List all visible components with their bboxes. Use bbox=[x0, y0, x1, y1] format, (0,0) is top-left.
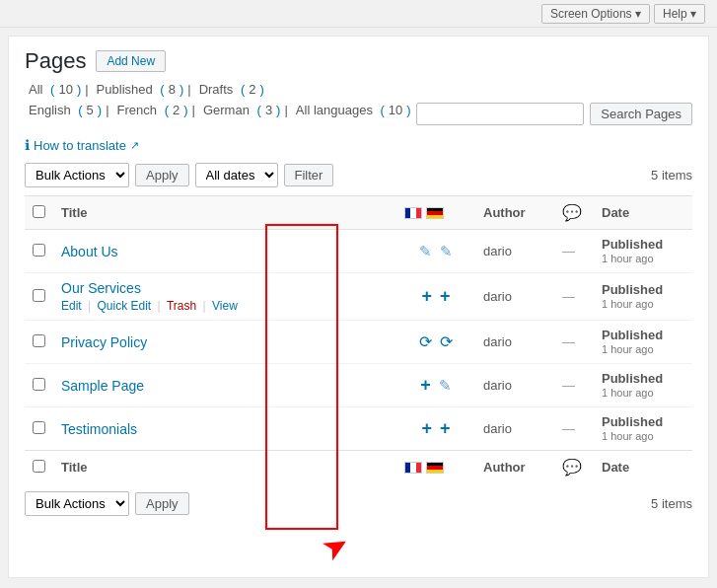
page-title: Pages bbox=[25, 48, 86, 74]
table-row: About Us Edit | Quick Edit | Trash | Vie… bbox=[25, 230, 692, 273]
apply-button-top[interactable]: Apply bbox=[135, 164, 189, 186]
row-author-cell: dario bbox=[475, 364, 554, 407]
language-filter: English (5) | French (2) | German (3) | … bbox=[25, 103, 411, 117]
table-header-row: Title Author 💬 Date bbox=[25, 196, 692, 230]
pencil-icon-de[interactable]: ✎ bbox=[440, 243, 453, 260]
action-bar-left: Bulk Actions Apply All dates Filter bbox=[25, 163, 333, 187]
apply-button-bottom[interactable]: Apply bbox=[135, 492, 189, 515]
sync-icon-fr[interactable]: ⟳ bbox=[419, 332, 432, 351]
top-bar: Screen Options ▾ Help ▾ bbox=[0, 0, 717, 28]
help-label: Help bbox=[663, 7, 687, 21]
date-column-header[interactable]: Date bbox=[594, 196, 692, 230]
main-content: Pages Add New All (10) | Published (8) |… bbox=[8, 36, 709, 578]
add-new-button[interactable]: Add New bbox=[96, 50, 166, 72]
filter-all[interactable]: All (10) bbox=[25, 82, 81, 97]
select-all-checkbox[interactable] bbox=[33, 205, 45, 218]
search-input[interactable] bbox=[416, 103, 584, 125]
footer-title-col[interactable]: Title bbox=[53, 451, 396, 484]
filter-german[interactable]: German (3) bbox=[199, 103, 281, 117]
row-checkbox-0[interactable] bbox=[33, 244, 45, 257]
screen-options-label: Screen Options bbox=[550, 7, 632, 21]
row-translation-cell: ++ bbox=[396, 273, 475, 321]
pages-table: Title Author 💬 Date bbox=[25, 195, 692, 483]
row-checkbox-3[interactable] bbox=[33, 378, 45, 391]
row-translation-cell: ⟳⟳ bbox=[396, 321, 475, 364]
german-flag-footer bbox=[426, 462, 444, 474]
filter-french[interactable]: French (2) bbox=[113, 103, 188, 117]
edit-link-1[interactable]: Edit bbox=[61, 299, 82, 313]
filter-button[interactable]: Filter bbox=[284, 164, 334, 186]
status-filter: All (10) | Published (8) | Drafts (2) bbox=[25, 82, 692, 97]
german-flag-header bbox=[426, 207, 444, 219]
row-comment-cell: — bbox=[554, 364, 594, 407]
bulk-actions-select-bottom[interactable]: Bulk Actions bbox=[25, 491, 129, 516]
flags-column-header bbox=[396, 196, 475, 230]
row-checkbox-2[interactable] bbox=[33, 334, 45, 347]
plus-icon-fr[interactable]: + bbox=[421, 418, 432, 439]
search-pages-button[interactable]: Search Pages bbox=[590, 103, 692, 125]
view-link-1[interactable]: View bbox=[212, 299, 238, 313]
filter-english[interactable]: English (5) bbox=[25, 103, 102, 117]
plus-icon-fr[interactable]: + bbox=[421, 286, 432, 307]
title-column-header[interactable]: Title bbox=[53, 196, 396, 230]
row-title-cell: Sample Page Edit | Quick Edit | Trash | … bbox=[53, 364, 396, 407]
row-title-link-0[interactable]: About Us bbox=[61, 244, 118, 259]
table-row: Our Services Edit | Quick Edit | Trash |… bbox=[25, 273, 692, 321]
filter-drafts[interactable]: Drafts (2) bbox=[195, 82, 264, 97]
row-translation-cell: +✎ bbox=[396, 364, 475, 407]
footer-comment-icon: 💬 bbox=[562, 459, 582, 476]
sync-icon-de[interactable]: ⟳ bbox=[440, 332, 453, 351]
bottom-action-bar-left: Bulk Actions Apply bbox=[25, 491, 189, 516]
row-title-cell: About Us Edit | Quick Edit | Trash | Vie… bbox=[53, 230, 396, 273]
row-title-link-4[interactable]: Testimonials bbox=[61, 421, 137, 437]
arrow-indicator: ➤ bbox=[315, 524, 356, 569]
row-translation-cell: ✎✎ bbox=[396, 230, 475, 273]
plus-icon-fr[interactable]: + bbox=[420, 375, 431, 396]
table-footer-row: Title Author 💬 Date bbox=[25, 451, 692, 484]
row-title-cell: Our Services Edit | Quick Edit | Trash |… bbox=[53, 273, 396, 321]
how-to-translate-row: ℹ How to translate ↗ bbox=[25, 137, 692, 153]
filter-published[interactable]: Published (8) bbox=[93, 82, 184, 97]
plus-icon-de[interactable]: + bbox=[440, 286, 451, 307]
footer-checkbox-col bbox=[25, 451, 53, 484]
row-checkbox-cell bbox=[25, 364, 53, 407]
row-checkbox-cell bbox=[25, 407, 53, 451]
how-to-translate-link[interactable]: How to translate bbox=[34, 138, 126, 153]
row-title-link-1[interactable]: Our Services bbox=[61, 280, 141, 296]
comment-bubble-icon: 💬 bbox=[562, 204, 582, 221]
screen-options-button[interactable]: Screen Options ▾ bbox=[541, 4, 650, 24]
footer-comment-col: 💬 bbox=[554, 451, 594, 484]
row-checkbox-1[interactable] bbox=[33, 289, 45, 302]
comment-column-header[interactable]: 💬 bbox=[554, 196, 594, 230]
row-comment-cell: — bbox=[554, 407, 594, 451]
footer-date-col: Date bbox=[594, 451, 692, 484]
row-translation-cell: ++ bbox=[396, 407, 475, 451]
search-row: Search Pages bbox=[416, 103, 692, 125]
row-author-cell: dario bbox=[475, 273, 554, 321]
date-filter-select[interactable]: All dates bbox=[195, 163, 278, 187]
footer-flags-col bbox=[396, 451, 475, 484]
row-title-cell: Testimonials Edit | Quick Edit | Trash |… bbox=[53, 407, 396, 451]
external-link-icon: ↗ bbox=[130, 139, 139, 152]
row-author-cell: dario bbox=[475, 230, 554, 273]
pencil-icon-de[interactable]: ✎ bbox=[439, 377, 452, 395]
row-title-link-2[interactable]: Privacy Policy bbox=[61, 334, 147, 350]
row-checkbox-cell bbox=[25, 273, 53, 321]
french-flag-footer bbox=[404, 462, 422, 474]
trash-link-1[interactable]: Trash bbox=[167, 299, 196, 313]
bulk-actions-select[interactable]: Bulk Actions bbox=[25, 163, 129, 187]
author-column-header[interactable]: Author bbox=[475, 196, 554, 230]
bottom-action-bar: Bulk Actions Apply 5 items bbox=[25, 491, 692, 516]
row-title-link-3[interactable]: Sample Page bbox=[61, 378, 144, 394]
row-date-cell: Published 1 hour ago bbox=[594, 230, 692, 273]
row-checkbox-cell bbox=[25, 321, 53, 364]
item-count-top: 5 items bbox=[651, 168, 692, 183]
filter-all-languages[interactable]: All languages (10) bbox=[292, 103, 411, 117]
help-button[interactable]: Help ▾ bbox=[654, 4, 705, 24]
plus-icon-de[interactable]: + bbox=[440, 418, 451, 439]
row-checkbox-4[interactable] bbox=[33, 421, 45, 434]
footer-select-all-checkbox[interactable] bbox=[33, 460, 45, 473]
quick-edit-link-1[interactable]: Quick Edit bbox=[97, 299, 151, 313]
row-author-cell: dario bbox=[475, 321, 554, 364]
pencil-icon-fr[interactable]: ✎ bbox=[419, 243, 432, 260]
